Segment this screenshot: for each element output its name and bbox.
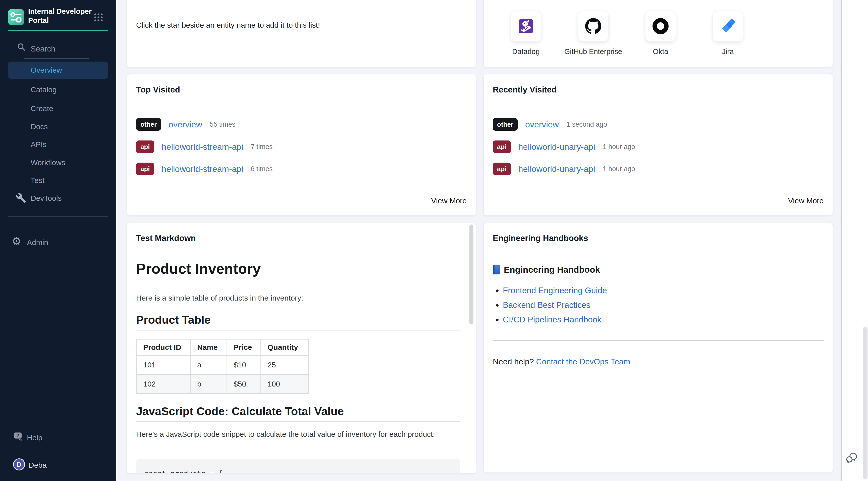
app-root: Internal Developer Portal Search Overvie… [0, 0, 868, 481]
code-line: const products = [ [144, 469, 223, 474]
app-tile-datadog[interactable]: Datadog [492, 11, 560, 56]
engineering-handbooks-card: Engineering Handbooks Engineering Handbo… [484, 223, 833, 473]
apps-grid-icon[interactable] [94, 13, 103, 23]
column-header: Price [227, 339, 261, 355]
visited-row: api helloworld-unary-api 1 hour ago [493, 162, 822, 175]
visit-meta: 55 times [210, 121, 235, 128]
handbook-divider [493, 340, 824, 341]
help-icon: ? [13, 432, 24, 443]
app-shortcuts-card: Datadog GitHub Enterprise Okta [484, 0, 833, 67]
app-logo[interactable] [8, 9, 24, 25]
visited-row: api helloworld-stream-api 6 times [136, 162, 465, 175]
visit-meta: 6 times [251, 165, 273, 173]
search-underline [24, 58, 89, 59]
sidebar-divider [8, 216, 108, 217]
gear-icon: ⚙ [11, 236, 21, 247]
recently-visited-card: Recently Visited other overview 1 second… [484, 74, 833, 216]
handbook-link-backend[interactable]: Backend Best Practices [503, 300, 590, 310]
starred-entities-card: Click the star beside an entity name to … [127, 0, 476, 67]
app-tile-list: Datadog GitHub Enterprise Okta [492, 11, 762, 56]
need-help-text: Need help? Contact the DevOps Team [493, 357, 630, 366]
entity-link[interactable]: helloworld-unary-api [518, 164, 595, 174]
wrench-icon [16, 193, 26, 205]
contact-devops-link[interactable]: Contact the DevOps Team [536, 357, 630, 366]
markdown-h2-product-table: Product Table [136, 313, 460, 330]
table-cell: $10 [227, 355, 261, 374]
view-more-button[interactable]: View More [431, 197, 467, 205]
sidebar-item-create[interactable]: Create [31, 104, 53, 113]
user-name[interactable]: Deba [29, 461, 47, 470]
starred-empty-message: Click the star beside an entity name to … [136, 21, 320, 29]
sidebar-item-devtools[interactable]: DevTools [31, 194, 62, 203]
app-title-line2: Portal [28, 16, 92, 25]
markdown-paragraph: Here is a simple table of products in th… [136, 292, 460, 304]
visited-row: other overview 55 times [136, 118, 465, 131]
search-label: Search [31, 44, 55, 54]
user-avatar[interactable]: D [13, 458, 25, 471]
app-tile-jira[interactable]: Jira [694, 11, 762, 56]
list-item: Frontend Engineering Guide [503, 286, 607, 300]
test-markdown-card: Test Markdown Product Inventory Here is … [127, 223, 476, 474]
column-header: Quantity [261, 339, 308, 355]
visited-row: other overview 1 second ago [493, 118, 822, 131]
sidebar-item-apis[interactable]: APIs [31, 140, 46, 149]
card-scrollbar-thumb[interactable] [469, 224, 473, 325]
table-row: 102 b $50 100 [136, 374, 308, 394]
sidebar-item-workflows[interactable]: Workflows [31, 158, 65, 167]
entity-link[interactable]: helloworld-stream-api [162, 164, 243, 174]
visit-meta: 7 times [251, 143, 273, 151]
view-more-button[interactable]: View More [788, 197, 824, 205]
svg-text:?: ? [16, 433, 19, 438]
product-table: Product ID Name Price Quantity 101 a $10… [136, 339, 309, 394]
visit-meta: 1 second ago [566, 121, 607, 128]
okta-icon [652, 18, 669, 34]
chat-bubbles-icon[interactable] [845, 451, 859, 465]
entity-link[interactable]: helloworld-stream-api [162, 142, 243, 152]
sidebar-item-test[interactable]: Test [31, 176, 44, 185]
table-cell: 101 [136, 355, 190, 374]
book-icon [493, 265, 500, 274]
entity-link[interactable]: overview [525, 120, 559, 129]
app-tile-label: Jira [722, 48, 734, 56]
sidebar-item-overview[interactable]: Overview [8, 62, 108, 79]
handbook-link-list: Frontend Engineering Guide Backend Best … [503, 286, 607, 329]
sidebar: Internal Developer Portal Search Overvie… [0, 0, 116, 481]
app-tile-label: GitHub Enterprise [564, 48, 622, 56]
app-tile-label: Okta [653, 48, 668, 56]
jira-icon [719, 18, 736, 34]
markdown-h1: Product Inventory [136, 260, 261, 277]
search-icon [17, 43, 26, 51]
app-title: Internal Developer Portal [28, 7, 92, 25]
visit-meta: 1 hour ago [603, 165, 635, 173]
table-cell: 102 [136, 374, 190, 394]
sidebar-item-admin[interactable]: Admin [27, 238, 48, 247]
handbook-link-cicd[interactable]: CI/CD Pipelines Handbook [503, 315, 601, 324]
card-title: Recently Visited [493, 85, 557, 94]
visited-row: api helloworld-unary-api 1 hour ago [493, 141, 822, 153]
app-tile-label: Datadog [512, 48, 540, 56]
sidebar-search[interactable]: Search [17, 43, 92, 54]
github-icon [585, 18, 601, 34]
table-cell: b [190, 374, 227, 394]
entity-link[interactable]: overview [168, 120, 202, 129]
handbook-link-frontend[interactable]: Frontend Engineering Guide [503, 286, 607, 295]
card-title: Engineering Handbooks [493, 234, 588, 243]
table-cell: 100 [261, 374, 308, 394]
app-tile-github[interactable]: GitHub Enterprise [560, 11, 627, 56]
table-row: 101 a $10 25 [136, 355, 308, 374]
datadog-icon [518, 18, 534, 34]
page-scrollbar-thumb[interactable] [863, 327, 868, 479]
table-header-row: Product ID Name Price Quantity [136, 339, 308, 355]
markdown-paragraph: Here's a JavaScript code snippet to calc… [136, 428, 460, 441]
kind-chip: api [136, 162, 154, 175]
sidebar-item-help[interactable]: Help [27, 433, 42, 442]
kind-chip: api [493, 162, 511, 175]
column-header: Product ID [136, 339, 190, 355]
handbook-section-title: Engineering Handbook [493, 265, 600, 275]
sidebar-item-docs[interactable]: Docs [31, 122, 48, 131]
app-title-line1: Internal Developer [28, 7, 92, 16]
top-visited-card: Top Visited other overview 55 times api … [127, 74, 476, 216]
entity-link[interactable]: helloworld-unary-api [518, 142, 595, 152]
app-tile-okta[interactable]: Okta [627, 11, 694, 56]
sidebar-item-catalog[interactable]: Catalog [31, 85, 57, 94]
